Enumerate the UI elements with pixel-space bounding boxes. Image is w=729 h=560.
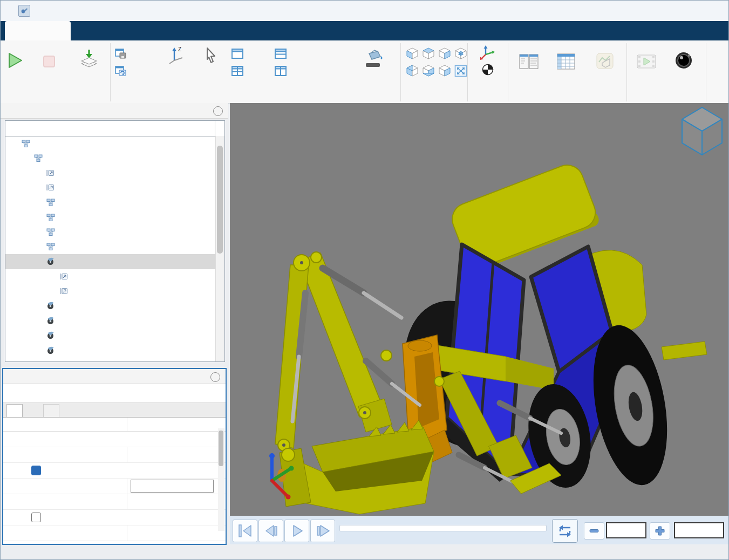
- current-time-field[interactable]: [674, 522, 724, 538]
- simscape-results-icon: [585, 44, 624, 70]
- ribbon-separator: [400, 43, 401, 101]
- property-row-state-targets[interactable]: [3, 447, 226, 463]
- specify-velocity-target-checkbox[interactable]: [31, 513, 41, 522]
- view-bottom-button[interactable]: [420, 62, 437, 79]
- background-button[interactable]: [350, 44, 399, 72]
- loop-icon: [557, 524, 573, 538]
- split-horizontal-icon: [275, 49, 287, 59]
- tree-item-upper-lower-arm-joint[interactable]: [5, 343, 215, 357]
- single-view-button[interactable]: [231, 46, 247, 60]
- step-forward-button[interactable]: [310, 520, 335, 542]
- tab-description[interactable]: [43, 404, 59, 417]
- fit-to-view-button[interactable]: [453, 62, 469, 79]
- go-to-start-icon: [237, 523, 253, 538]
- property-row-specify-position-target[interactable]: [3, 463, 226, 479]
- camera-manager-icon: [665, 44, 702, 70]
- tree-item-hydraulic-actuator-lower-upper-arm[interactable]: [5, 210, 215, 224]
- priority-dropdown[interactable]: [131, 480, 214, 493]
- frames-overlay-button[interactable]: [473, 45, 502, 62]
- scrollbar-thumb[interactable]: [219, 431, 223, 466]
- go-to-start-button[interactable]: [233, 520, 257, 542]
- camera-manager-button[interactable]: [665, 44, 702, 72]
- view-top-button[interactable]: [420, 45, 437, 62]
- tab-settings[interactable]: [6, 404, 23, 417]
- model-tree-collapse-button[interactable]: [213, 106, 223, 116]
- update-model-icon: [69, 44, 110, 70]
- minimize-button[interactable]: [636, 1, 661, 21]
- loop-toggle-button[interactable]: [552, 519, 578, 543]
- view-isometric-button[interactable]: [453, 45, 469, 62]
- specify-position-target-checkbox[interactable]: [31, 466, 41, 475]
- left-panel-column: [1, 103, 228, 559]
- property-row-value[interactable]: [3, 494, 226, 510]
- z-up-button[interactable]: Z: [162, 44, 190, 65]
- view-left-button[interactable]: [437, 62, 453, 79]
- view-right-button[interactable]: [437, 45, 453, 62]
- restore-button[interactable]: [115, 64, 130, 78]
- decrease-speed-button[interactable]: [584, 522, 604, 539]
- minus-icon: [588, 525, 600, 537]
- subsystem-icon: [46, 228, 55, 236]
- step-back-button[interactable]: [258, 520, 283, 542]
- tree-item-lower-arm-to-cylinder-base[interactable]: [5, 313, 215, 328]
- tree-item-f-frame[interactable]: [5, 284, 215, 298]
- tree-item-arm-bucket-joint[interactable]: [5, 254, 215, 269]
- property-row-internal-mechanics[interactable]: [3, 525, 226, 541]
- port-icon: [46, 184, 54, 191]
- scroll-up-icon[interactable]: [216, 136, 224, 144]
- tree-item-backhoe-arm[interactable]: [5, 151, 215, 165]
- tree-root-row[interactable]: [5, 121, 224, 136]
- properties-scrollbar[interactable]: [218, 428, 224, 531]
- view-corner-button[interactable]: [404, 62, 420, 79]
- tab-home[interactable]: [5, 21, 71, 40]
- simscape-results-button: [585, 44, 624, 72]
- property-row-priority[interactable]: [3, 479, 226, 494]
- properties-collapse-button[interactable]: [210, 372, 220, 382]
- center-of-mass-overlay-button[interactable]: [473, 63, 502, 78]
- run-icon: [2, 44, 28, 70]
- property-group-z-revolute-primitive[interactable]: [3, 432, 226, 447]
- column-divider: [127, 447, 127, 462]
- split-vertical-button[interactable]: [275, 64, 290, 78]
- maximize-button[interactable]: [665, 1, 690, 21]
- scrollbar-thumb[interactable]: [217, 146, 223, 254]
- tree-item-bucket[interactable]: [5, 195, 215, 210]
- update-model-button[interactable]: [69, 44, 110, 72]
- background-icon: [350, 44, 399, 70]
- statistics-viewer-button[interactable]: [511, 44, 547, 72]
- view-front-button[interactable]: [404, 45, 420, 62]
- speed-field[interactable]: [606, 522, 646, 538]
- property-row-specify-velocity-target[interactable]: [3, 510, 226, 525]
- select-button[interactable]: [195, 44, 227, 65]
- tree-item-lower-arm-assembly[interactable]: [5, 224, 215, 239]
- tree-item-plant[interactable]: [5, 136, 215, 151]
- split-horizontal-button[interactable]: [275, 46, 290, 60]
- step-forward-icon: [315, 523, 330, 538]
- tree-item-b-frame[interactable]: [5, 269, 215, 284]
- tree-item-mounting-assembly[interactable]: [5, 180, 215, 195]
- run-button[interactable]: [2, 44, 28, 72]
- play-button[interactable]: [284, 520, 309, 542]
- save-button[interactable]: [115, 46, 130, 60]
- tree-item-crank-bucket-joint[interactable]: [5, 298, 215, 313]
- variable-viewer-button[interactable]: [549, 44, 583, 72]
- four-view-button[interactable]: [231, 64, 247, 78]
- ribbon-separator: [110, 43, 111, 101]
- four-view-icon: [231, 66, 243, 76]
- tree-item-cylinder-base-lower-joint[interactable]: [5, 166, 215, 180]
- column-divider: [127, 418, 127, 431]
- time-slider[interactable]: [339, 525, 547, 531]
- subsystem-icon: [46, 243, 55, 250]
- increase-speed-button[interactable]: [650, 522, 670, 539]
- tree-item-upper-arm-to-actuator-joint[interactable]: [5, 328, 215, 343]
- model-tree-scrollbar[interactable]: [215, 136, 224, 361]
- close-button[interactable]: [698, 1, 723, 21]
- tree-item-upper-arm-assembly[interactable]: [5, 240, 215, 254]
- viewport-3d[interactable]: [230, 103, 729, 516]
- video-creator-icon: [630, 44, 663, 70]
- port-icon: [60, 273, 67, 280]
- play-icon: [289, 523, 304, 538]
- scroll-down-icon[interactable]: [216, 353, 224, 361]
- ribbon-separator: [626, 43, 627, 101]
- joint-icon: [46, 257, 54, 265]
